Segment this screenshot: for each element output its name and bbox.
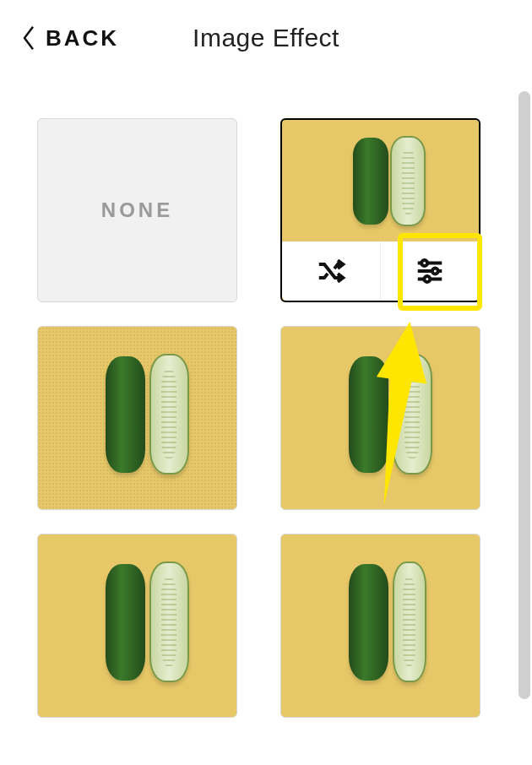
sliders-button[interactable] [380,241,479,301]
effect-tile[interactable] [280,534,480,718]
effect-tile[interactable] [280,326,480,510]
effects-scroll-area: NONE [0,84,532,765]
effect-preview [281,534,480,717]
shuffle-button[interactable] [282,241,380,301]
sliders-icon [414,255,446,287]
effect-tile-selected[interactable] [280,118,480,302]
effect-preview [38,534,236,717]
back-button[interactable]: BACK [20,24,119,52]
header: BACK Image Effect [0,0,532,76]
page-title: Image Effect [193,24,339,52]
effect-tile-none[interactable]: NONE [37,118,237,302]
none-label: NONE [101,198,173,222]
effect-tile[interactable] [37,326,237,510]
effect-preview [282,120,479,301]
back-label: BACK [46,25,119,52]
effect-preview [281,327,480,509]
tile-footer [282,241,479,301]
svg-point-3 [421,260,427,266]
scrollbar-thumb[interactable] [518,91,530,699]
scrollbar-track [517,84,532,765]
svg-point-5 [424,276,430,282]
effect-preview [38,327,236,509]
shuffle-icon [315,255,347,287]
svg-point-4 [432,269,438,274]
effect-tile[interactable] [37,534,237,718]
effects-grid: NONE [0,84,532,751]
chevron-left-icon [20,24,37,52]
